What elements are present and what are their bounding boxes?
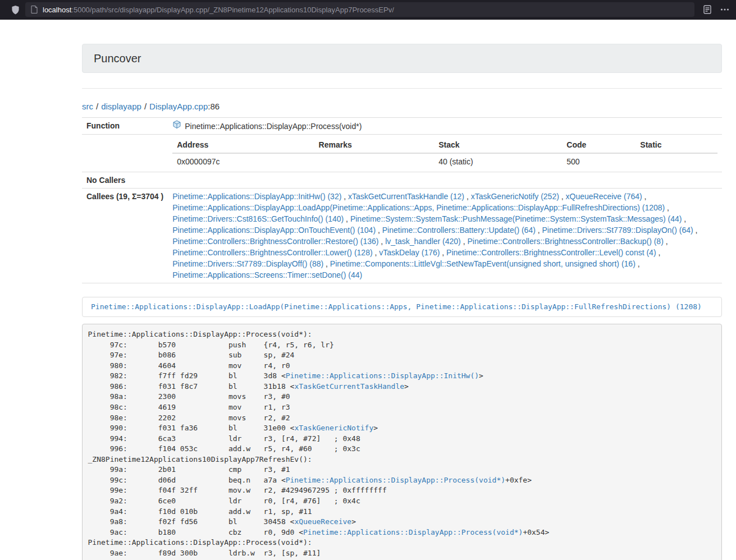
callee-link[interactable]: xTaskGenericNotify (252) <box>471 192 559 201</box>
function-row: Function Pinetime::Applications::Display… <box>82 118 722 135</box>
callee-separator: , <box>642 192 647 201</box>
callee-separator: , <box>664 237 668 246</box>
reader-mode-icon[interactable] <box>703 5 711 14</box>
browser-chrome: localhost:5000/path/src/displayapp/Displ… <box>0 0 736 20</box>
no-callers-label: No Callers <box>82 172 168 189</box>
stats-stack-value: 40 (static) <box>434 153 562 169</box>
breadcrumb-file[interactable]: DisplayApp.cpp <box>149 102 208 111</box>
callee-link[interactable]: Pinetime::Drivers::Cst816S::GetTouchInfo… <box>172 214 344 223</box>
content-container: Puncover src/displayapp/DisplayApp.cpp:8… <box>82 44 722 560</box>
callee-link[interactable]: Pinetime::Components::LittleVgl::SetNewT… <box>330 259 636 268</box>
selected-symbol-link[interactable]: Pinetime::Applications::DisplayApp::Load… <box>91 302 702 311</box>
callee-separator: , <box>693 226 698 235</box>
breadcrumb-line-number: :86 <box>208 102 220 111</box>
callee-separator: , <box>341 192 348 201</box>
callee-link[interactable]: Pinetime::System::SystemTask::PushMessag… <box>350 214 682 223</box>
selected-symbol-box: Pinetime::Applications::DisplayApp::Load… <box>82 297 722 317</box>
callee-link[interactable]: Pinetime::Drivers::St7789::DisplayOff() … <box>172 259 323 268</box>
stats-header-static: Static <box>636 137 717 153</box>
callee-separator: , <box>378 237 385 246</box>
callee-link[interactable]: Pinetime::Applications::DisplayApp::Init… <box>172 192 341 201</box>
callees-label: Callees (19, Σ=3704 ) <box>82 189 168 283</box>
breadcrumb: src/displayapp/DisplayApp.cpp:86 <box>82 101 722 112</box>
callee-link[interactable]: Pinetime::Controllers::BrightnessControl… <box>446 248 656 257</box>
callee-separator: , <box>373 248 380 257</box>
callee-link[interactable]: lv_task_handler (420) <box>385 237 461 246</box>
app-header: Puncover <box>82 44 722 73</box>
page: Puncover src/displayapp/DisplayApp.cpp:8… <box>0 20 736 560</box>
page-title: Puncover <box>94 52 141 65</box>
callees-row: Callees (19, Σ=3704 ) Pinetime::Applicat… <box>82 189 722 283</box>
breadcrumb-separator: / <box>144 102 147 111</box>
callee-link[interactable]: Pinetime::Controllers::BrightnessControl… <box>467 237 663 246</box>
callee-link[interactable]: xTaskGetCurrentTaskHandle (12) <box>348 192 464 201</box>
callee-separator: , <box>376 226 382 235</box>
disassembly-code: Pinetime::Applications::DisplayApp::Proc… <box>82 324 722 560</box>
callee-separator: , <box>656 248 661 257</box>
callee-separator: , <box>665 203 669 212</box>
stats-code-value: 500 <box>562 153 636 169</box>
tracking-protection-shield-icon[interactable] <box>11 5 20 15</box>
stats-header-code: Code <box>562 137 636 153</box>
callee-separator: , <box>461 237 468 246</box>
callee-link[interactable]: Pinetime::Controllers::Battery::Update()… <box>382 226 536 235</box>
callee-link[interactable]: Pinetime::Applications::Screens::Timer::… <box>172 270 362 279</box>
url-bar[interactable]: localhost:5000/path/src/displayapp/Displ… <box>25 2 694 17</box>
page-info-icon[interactable] <box>31 6 38 13</box>
code-symbol-link[interactable]: xTaskGetCurrentTaskHandle <box>294 382 404 391</box>
callee-separator: , <box>682 214 686 223</box>
no-callers-row: No Callers <box>82 172 722 189</box>
callee-link[interactable]: Pinetime::Controllers::BrightnessControl… <box>172 248 372 257</box>
callee-separator: , <box>323 259 330 268</box>
callee-link[interactable]: Pinetime::Controllers::BrightnessControl… <box>172 237 378 246</box>
callee-separator: , <box>559 192 566 201</box>
function-label: Function <box>82 118 168 135</box>
callee-link[interactable]: vTaskDelay (176) <box>379 248 440 257</box>
breadcrumb-displayapp[interactable]: displayapp <box>101 102 141 111</box>
callee-link[interactable]: Pinetime::Applications::DisplayApp::Load… <box>172 203 665 212</box>
stats-address-value: 0x0000097c <box>172 153 314 169</box>
divider <box>82 88 722 89</box>
overflow-menu-icon[interactable] <box>720 8 729 11</box>
breadcrumb-separator: / <box>96 102 98 111</box>
callee-separator: , <box>536 226 542 235</box>
url-host: localhost <box>43 6 71 14</box>
url-text: localhost:5000/path/src/displayapp/Displ… <box>43 6 394 14</box>
function-name: Pinetime::Applications::DisplayApp::Proc… <box>185 121 362 132</box>
stats-header-stack: Stack <box>434 137 562 153</box>
callee-separator: , <box>440 248 446 257</box>
stats-remarks-value <box>314 153 435 169</box>
callee-link[interactable]: xQueueReceive (764) <box>566 192 642 201</box>
url-path: :5000/path/src/displayapp/DisplayApp.cpp… <box>71 6 394 14</box>
callee-link[interactable]: Pinetime::Drivers::St7789::DisplayOn() (… <box>542 226 693 235</box>
stats-header-row: Address Remarks Stack Code Static <box>172 137 717 153</box>
code-symbol-link[interactable]: Pinetime::Applications::DisplayApp::Init… <box>286 371 479 380</box>
function-stats-table: Address Remarks Stack Code Static 0x0000… <box>172 137 717 169</box>
code-symbol-link[interactable]: Pinetime::Applications::DisplayApp::Proc… <box>303 528 523 536</box>
breadcrumb-src[interactable]: src <box>82 102 93 111</box>
callee-separator: , <box>344 214 350 223</box>
function-icon <box>172 120 181 132</box>
function-table: Function Pinetime::Applications::Display… <box>82 117 722 283</box>
code-symbol-link[interactable]: xTaskGenericNotify <box>294 424 373 432</box>
callee-separator: , <box>464 192 471 201</box>
stats-header-address: Address <box>172 137 314 153</box>
callees-list: Pinetime::Applications::DisplayApp::Init… <box>168 189 722 283</box>
stats-static-value <box>636 153 717 169</box>
callee-separator: , <box>636 259 640 268</box>
stats-value-row: 0x0000097c 40 (static) 500 <box>172 153 717 169</box>
callee-link[interactable]: Pinetime::Applications::DisplayApp::OnTo… <box>172 226 376 235</box>
stats-header-remarks: Remarks <box>314 137 435 153</box>
code-symbol-link[interactable]: Pinetime::Applications::DisplayApp::Proc… <box>286 476 505 484</box>
stats-outer-row: Address Remarks Stack Code Static 0x0000… <box>82 135 722 172</box>
code-symbol-link[interactable]: xQueueReceive <box>294 517 351 526</box>
